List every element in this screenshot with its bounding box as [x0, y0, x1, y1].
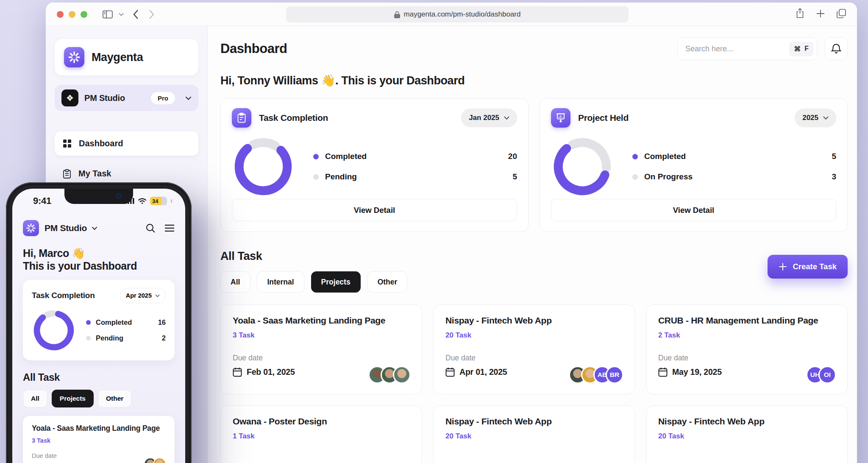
tab-internal[interactable]: Internal [257, 271, 304, 293]
calendar-icon [445, 367, 455, 377]
view-detail-button[interactable]: View Detail [551, 199, 836, 221]
completed-dot [86, 320, 91, 325]
task-card[interactable]: Yoala - Saas Marketing Landing Page 3 Ta… [220, 304, 422, 394]
avatar-group [147, 457, 166, 463]
avatar-initials: BR [606, 366, 623, 384]
task-completion-donut-chart [232, 135, 295, 198]
chevron-down-icon [504, 116, 509, 120]
sidebar-item-dashboard[interactable]: Dashboard [55, 131, 198, 156]
back-button[interactable] [133, 10, 139, 19]
task-card[interactable]: CRUB - HR Management Landing Page 2 Task… [646, 304, 848, 394]
address-bar[interactable]: maygenta.com/pm-studio/dashboard [286, 6, 629, 22]
pm-studio-icon: ❖ [61, 89, 78, 106]
task-card[interactable]: Nispay - Fintech Web App 20 Task Due dat… [433, 304, 635, 394]
task-card[interactable]: Nispay - Fintech Web App 20 Task [433, 405, 635, 463]
period-dropdown[interactable]: 2025 [795, 109, 836, 127]
tab-other[interactable]: Other [367, 271, 408, 293]
screenshot-canvas: maygenta.com/pm-studio/dashboard [0, 0, 868, 463]
maygenta-logo-icon [64, 47, 84, 67]
phone-app-title: PM Studio [45, 223, 87, 233]
forward-button[interactable] [149, 10, 154, 19]
legend-row: On Progress 3 [632, 167, 836, 187]
search-input[interactable] [685, 45, 789, 53]
view-detail-button[interactable]: View Detail [232, 199, 517, 221]
workspace-name: PM Studio [84, 93, 125, 103]
pro-badge: Pro [151, 92, 175, 104]
legend-row: Completed 20 [313, 146, 517, 167]
stat-title: Task Completion [259, 113, 328, 123]
calendar-icon [658, 367, 668, 377]
toolbar-chevron-down-icon[interactable] [119, 13, 124, 16]
completed-dot [313, 154, 319, 159]
tab-all[interactable]: All [220, 271, 250, 293]
workspace-switcher[interactable]: ❖ PM Studio Pro [55, 85, 198, 111]
pending-value: 5 [512, 172, 517, 181]
phone-task-card[interactable]: Yoala - Saas Marketing Landing Page 3 Ta… [23, 416, 175, 463]
battery-percent: 34 [150, 197, 167, 205]
calendar-icon [233, 367, 242, 377]
bell-icon [831, 43, 841, 54]
phone-donut-chart [32, 308, 76, 352]
create-task-button[interactable]: Create Task [768, 255, 848, 279]
battery-nub [171, 199, 172, 203]
traffic-lights [57, 11, 87, 18]
notifications-button[interactable] [825, 37, 848, 60]
sidebar-toggle-icon[interactable] [103, 10, 113, 19]
completed-value: 5 [832, 152, 836, 161]
greeting-text: Hi, Tonny Williams 👋. This is your Dashb… [220, 74, 848, 87]
all-task-section: All Task All Internal Projects Other Cre… [220, 250, 848, 293]
stat-title: Project Held [578, 113, 629, 123]
page-title: Dashboard [220, 41, 287, 56]
task-grid: Yoala - Saas Marketing Landing Page 3 Ta… [220, 304, 848, 463]
clipboard-icon [63, 169, 71, 179]
shortcut-badge: ⌘F [789, 42, 813, 56]
wifi-icon [138, 198, 147, 204]
share-icon[interactable] [796, 8, 804, 20]
task-card[interactable]: Nispay - Fintech Web App 20 Task [646, 405, 848, 463]
period-dropdown[interactable]: Jan 2025 [461, 109, 517, 127]
main-content: Dashboard ⌘F Hi, Tonny Willia [208, 26, 857, 463]
phone-notch [64, 189, 133, 204]
grid-icon [63, 139, 72, 148]
phone-all-task-title: All Task [23, 371, 175, 383]
tab-other[interactable]: Other [98, 390, 131, 407]
plus-icon [779, 262, 787, 271]
phone-mockup: 9:41 34 [6, 182, 192, 463]
sidebar-item-label: My Task [78, 169, 111, 179]
task-completion-card: Task Completion Jan 2025 [220, 98, 529, 232]
search-field[interactable]: ⌘F [677, 37, 817, 60]
tab-projects[interactable]: Projects [311, 271, 361, 293]
minimize-window-button[interactable] [69, 11, 75, 18]
task-completion-icon [232, 108, 251, 128]
task-filter-tabs: All Internal Projects Other [220, 271, 848, 293]
close-window-button[interactable] [57, 11, 64, 18]
phone-task-filter-tabs: All Projects Other [23, 390, 175, 407]
project-held-icon [551, 108, 570, 128]
on-progress-dot [632, 174, 638, 180]
status-time: 9:41 [33, 195, 51, 206]
chevron-down-icon[interactable] [92, 224, 97, 232]
period-dropdown[interactable]: Apr 2025 [120, 288, 166, 303]
chevron-down-icon [155, 294, 160, 297]
tab-projects[interactable]: Projects [52, 390, 94, 407]
on-progress-value: 3 [832, 172, 836, 181]
avatar-group: AB BR [574, 366, 623, 384]
phone-screen: 9:41 34 [12, 189, 185, 463]
brand-card: Maygenta [55, 39, 198, 75]
tab-all[interactable]: All [23, 390, 47, 407]
menu-icon[interactable] [164, 224, 175, 232]
battery-icon: 34 [150, 197, 167, 205]
search-icon[interactable] [146, 223, 156, 233]
pending-dot [86, 336, 91, 340]
avatar-group [374, 366, 411, 384]
chevron-down-icon [823, 116, 829, 120]
new-tab-icon[interactable] [816, 9, 825, 20]
task-card[interactable]: Owana - Poster Design 1 Task [220, 405, 422, 463]
pm-studio-logo-icon [23, 220, 39, 236]
camera-dot [116, 193, 121, 198]
stats-row: Task Completion Jan 2025 [220, 98, 848, 232]
phone-app-bar: PM Studio [23, 220, 175, 236]
zoom-window-button[interactable] [81, 11, 87, 18]
tab-overview-icon[interactable] [837, 9, 846, 20]
lock-icon [394, 11, 400, 18]
